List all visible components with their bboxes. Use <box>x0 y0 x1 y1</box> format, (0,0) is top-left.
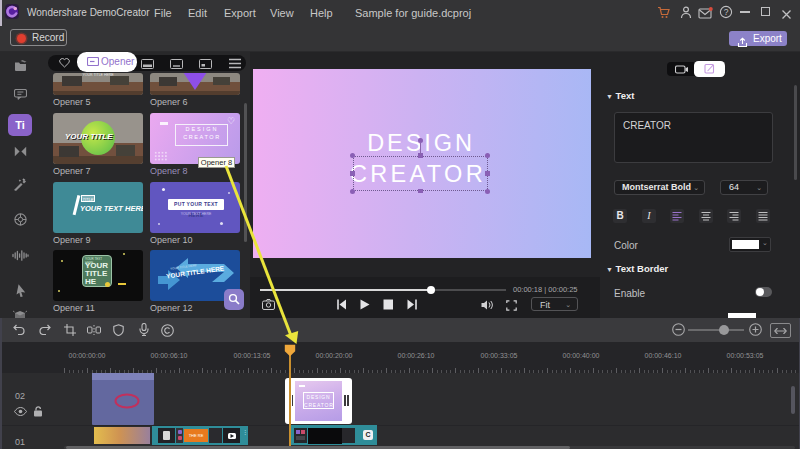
svg-text:?: ? <box>724 7 729 17</box>
